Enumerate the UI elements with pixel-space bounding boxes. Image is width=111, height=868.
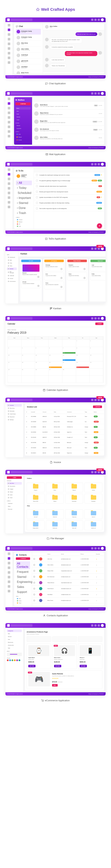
nav-icon[interactable] (8, 57, 10, 59)
calendar-cell[interactable] (21, 375, 35, 383)
star-icon[interactable]: ★ (96, 559, 97, 560)
sidebar-item[interactable]: ToDo (7, 265, 17, 267)
sidebar-label[interactable]: Personal (7, 508, 22, 510)
calendar-cell[interactable] (35, 375, 49, 383)
calendar-cell[interactable]: 28 (62, 368, 76, 375)
nav-icon[interactable] (8, 52, 10, 55)
buy-button[interactable]: BUY NOW (28, 665, 36, 667)
nav-icon[interactable] (8, 135, 10, 137)
star-icon[interactable]: ★ (101, 196, 102, 198)
user-avatar[interactable] (101, 163, 104, 166)
nav-icon[interactable] (8, 201, 10, 204)
calendar-cell[interactable] (62, 340, 76, 347)
chat-contact[interactable]: Brisa TorresThanks! (16, 70, 41, 74)
nav-icon[interactable] (8, 206, 10, 208)
calendar-cell[interactable] (76, 375, 90, 383)
mail-item[interactable]: David MooreYour order has been shipped -… (32, 101, 104, 110)
table-row[interactable]: 8INV-00671$45.9928 Feb 2019Figma IncDesi… (25, 451, 104, 456)
calendar-cell[interactable] (76, 368, 90, 375)
sidebar-item[interactable]: My Drive (7, 482, 22, 485)
star-icon[interactable]: ☆ (96, 564, 97, 566)
nav-icon[interactable] (8, 33, 10, 36)
sidebar-item[interactable]: Audio (7, 494, 22, 496)
flag-icon[interactable] (91, 317, 93, 319)
table-row[interactable]: Zula Blackzula@example.com+1 202 555 011… (32, 592, 104, 597)
nav-icon[interactable] (8, 116, 10, 119)
add-contact-button[interactable]: + CONTACT (16, 557, 30, 560)
nav-icon[interactable] (8, 61, 10, 64)
search-input[interactable] (11, 471, 32, 473)
flag-icon[interactable] (91, 92, 93, 94)
calendar-cell[interactable] (49, 375, 62, 383)
sidebar-item[interactable]: eCommerce (7, 280, 17, 283)
filter-dropdown[interactable] (27, 637, 51, 642)
calendar-cell[interactable]: 15 (76, 354, 90, 361)
sidebar-item[interactable]: Videos (7, 491, 22, 493)
kanban-card[interactable]: ResearchResearch about competitor produc… (21, 263, 41, 279)
sidebar-item[interactable]: Categories (7, 629, 22, 632)
star-icon[interactable]: ☆ (96, 600, 97, 601)
mail-item[interactable]: Wayne BurtonApplication update notificat… (32, 110, 104, 118)
sidebar-label[interactable]: Important (7, 502, 22, 505)
search-input[interactable] (11, 624, 32, 627)
table-row[interactable]: 5INV-00123$320.4518 Mar 2019Google LLCTe… (25, 435, 104, 440)
product-card-featured[interactable]: SALE🎮Game RemoteGame Remote wireless con… (27, 670, 102, 689)
calendar-event[interactable]: Event (63, 359, 75, 361)
nav-icon[interactable] (8, 29, 10, 31)
sidebar-item[interactable]: Sale (7, 647, 22, 649)
sidebar-item[interactable]: Calendar (7, 274, 17, 277)
calendar-cell[interactable]: 16 (90, 354, 103, 361)
logo-icon[interactable] (7, 163, 10, 165)
checkbox[interactable] (36, 185, 38, 187)
checkbox[interactable] (34, 594, 35, 595)
kanban-card[interactable]: HomepageRedesign landing hero section (44, 263, 64, 271)
sidebar-label[interactable]: Work (7, 505, 22, 507)
chat-contact[interactable]: Zula BlackSee you soon (16, 64, 41, 70)
search-input[interactable] (11, 19, 32, 21)
todo-filter[interactable]: Starred (16, 201, 32, 205)
search-input[interactable] (11, 317, 32, 320)
nav-icon[interactable] (8, 182, 10, 185)
user-avatar[interactable] (101, 547, 104, 550)
star-icon[interactable]: ☆ (96, 594, 97, 595)
star-icon[interactable]: ★ (96, 588, 97, 589)
calendar-cell[interactable]: 13 (49, 354, 62, 361)
calendar-cell[interactable]: 8 (76, 347, 90, 354)
flag-icon[interactable] (91, 624, 93, 626)
mail-item[interactable]: Megan AllenRefund request for order #123… (32, 118, 104, 126)
calendar-cell[interactable]: 23 (90, 361, 103, 368)
search-input[interactable] (11, 163, 32, 165)
folder-card[interactable]: Downloads (65, 494, 83, 503)
todo-filter[interactable]: Done (16, 206, 32, 210)
table-row[interactable]: Eric Alsobrookeric@example.com+1 202 555… (32, 574, 104, 580)
new-button[interactable]: + NEW (7, 476, 22, 479)
sidebar-item[interactable]: Sales (16, 585, 30, 589)
todo-item[interactable]: Test mobile responsive layouts on all br… (34, 206, 104, 211)
chat-contact[interactable]: Vrutti RushAre you there? (16, 53, 41, 58)
sidebar-item[interactable]: Frequent (16, 569, 30, 574)
todo-item[interactable]: Update documentation for the REST API en… (34, 194, 104, 200)
color-swatch[interactable] (7, 659, 9, 661)
calendar-cell[interactable]: 26 (35, 368, 49, 375)
fullscreen-icon[interactable] (98, 92, 100, 94)
table-row[interactable]: 7INV-00234$560.2005 Mar 2019MicrosoftTec… (25, 445, 104, 450)
chat-contact[interactable]: gabi ArestaLet me know (16, 58, 41, 64)
checkbox[interactable] (36, 180, 38, 182)
search-input[interactable] (11, 547, 32, 550)
nav-icon[interactable] (8, 47, 10, 50)
logo-icon[interactable] (7, 547, 10, 550)
flag-icon[interactable] (91, 399, 93, 401)
mail-folder[interactable]: Inbox (16, 107, 31, 110)
sidebar-item[interactable]: Kanban (7, 268, 17, 270)
file-card[interactable]: design.sketch (27, 521, 45, 530)
fullscreen-icon[interactable] (98, 163, 100, 165)
kanban-card[interactable]: ChartsIntegrate new chart library (67, 272, 87, 280)
fullscreen-icon[interactable] (98, 624, 100, 626)
sidebar-item[interactable]: Kids (7, 638, 22, 641)
bell-icon[interactable] (94, 624, 96, 626)
checkbox[interactable] (34, 582, 35, 583)
sidebar-item[interactable]: Invoice (7, 277, 17, 280)
sidebar-item[interactable]: Credit Notes (7, 413, 22, 415)
user-avatar[interactable] (101, 92, 104, 95)
calendar-cell[interactable]: 24 (8, 368, 21, 375)
